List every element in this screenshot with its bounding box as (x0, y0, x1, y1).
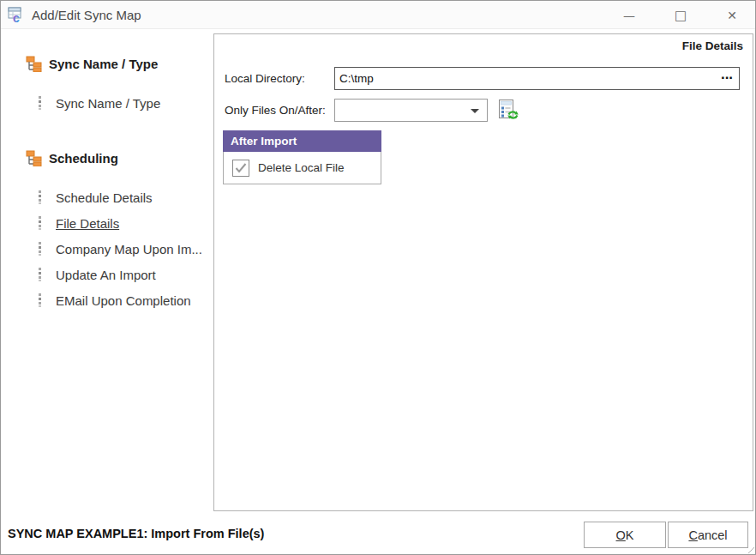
sidebar-item-schedule-details[interactable]: Schedule Details (1, 188, 213, 207)
grid-refresh-button[interactable] (496, 99, 520, 122)
sidebar-item-label: Update An Import (56, 268, 156, 282)
sidebar-item-sync-name-type[interactable]: Sync Name / Type (1, 94, 213, 112)
window-controls: — □ ✕ (592, 1, 747, 29)
ok-button[interactable]: OK (584, 522, 666, 548)
local-directory-label: Local Directory: (225, 72, 305, 85)
sidebar-item-label: Sync Name / Type (56, 96, 160, 111)
ok-rest: K (626, 528, 634, 542)
sidebar: Sync Name / Type Sync Name / Type Sc (1, 30, 213, 510)
sidebar-item-label: Schedule Details (56, 190, 153, 205)
sidebar-item-update-an-import[interactable]: Update An Import (1, 265, 213, 284)
only-files-on-after-combobox[interactable] (334, 99, 488, 122)
maximize-button[interactable]: □ (666, 3, 695, 27)
delete-local-file-checkbox[interactable] (232, 160, 249, 177)
cancel-button[interactable]: Cancel (668, 522, 748, 548)
sidebar-item-company-map-upon-import[interactable]: Company Map Upon Im... (1, 239, 213, 258)
panel-title: File Details (682, 39, 743, 52)
cancel-mnemonic: C (688, 528, 697, 542)
drag-dots-icon (38, 190, 42, 204)
cancel-rest: ancel (698, 528, 728, 542)
sidebar-item-file-details[interactable]: File Details (1, 214, 213, 232)
minimize-button[interactable]: — (615, 3, 644, 27)
grid-refresh-icon (497, 99, 519, 121)
after-import-header: After Import (223, 130, 381, 152)
sidebar-item-label: File Details (56, 216, 119, 231)
drag-dots-icon (38, 96, 42, 110)
svg-text:c: c (13, 11, 20, 23)
only-files-on-after-label: Only Files On/After: (225, 104, 326, 117)
sidebar-section-label: Scheduling (49, 151, 118, 166)
local-directory-field: ... (334, 67, 740, 90)
sidebar-section-scheduling: Scheduling (1, 148, 213, 167)
drag-dots-icon (38, 268, 42, 281)
ok-mnemonic: O (616, 528, 626, 542)
after-import-row: Delete Local File (223, 152, 381, 184)
titlebar[interactable]: c Add/Edit Sync Map — □ ✕ (1, 1, 755, 29)
drag-dots-icon (38, 293, 42, 307)
sidebar-section-sync-name-type: Sync Name / Type (1, 54, 213, 73)
delete-local-file-label: Delete Local File (258, 161, 345, 174)
chevron-down-icon (471, 109, 479, 113)
window-title: Add/Edit Sync Map (32, 8, 141, 22)
app-icon: c (8, 6, 25, 23)
drag-dots-icon (38, 242, 42, 256)
sidebar-item-email-upon-completion[interactable]: EMail Upon Completion (1, 291, 213, 310)
browse-button[interactable]: ... (715, 68, 739, 89)
file-details-panel: File Details Local Directory: ... Only F… (213, 33, 753, 511)
after-import-group: After Import Delete Local File (223, 130, 381, 184)
resize-grip[interactable] (747, 546, 754, 553)
checkmark-icon (235, 163, 247, 173)
sidebar-item-label: EMail Upon Completion (56, 293, 191, 308)
status-text: SYNC MAP EXAMPLE1: Import From File(s) (8, 527, 264, 540)
sidebar-item-label: Company Map Upon Im... (56, 242, 202, 256)
tree-orange-icon (26, 150, 42, 166)
drag-dots-icon (38, 216, 42, 230)
close-button[interactable]: ✕ (717, 3, 747, 27)
add-edit-sync-map-dialog: c Add/Edit Sync Map — □ ✕ Sync Name / Ty… (0, 0, 756, 555)
tree-orange-icon (26, 56, 42, 72)
sidebar-section-label: Sync Name / Type (49, 57, 158, 71)
local-directory-input[interactable] (335, 72, 715, 85)
